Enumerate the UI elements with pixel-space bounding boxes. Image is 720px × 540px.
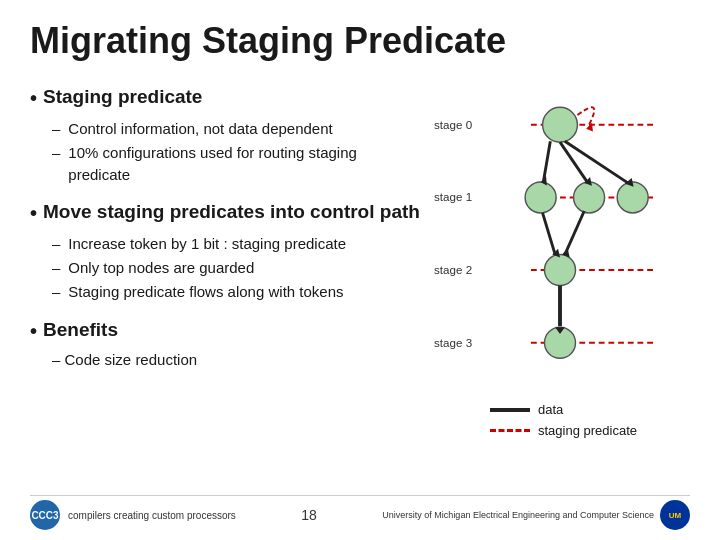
slide-title: Migrating Staging Predicate bbox=[30, 20, 690, 68]
right-panel: stage 0 stage 1 stage 2 stage 3 bbox=[430, 86, 690, 491]
svg-point-5 bbox=[525, 182, 556, 213]
sub-bullet-3-1: – Code size reduction bbox=[52, 351, 420, 368]
sub-bullet-2-1: Increase token by 1 bit : staging predic… bbox=[52, 233, 420, 255]
svg-line-10 bbox=[544, 141, 551, 181]
bullet-2-subs: Increase token by 1 bit : staging predic… bbox=[52, 233, 420, 304]
footer: CCC3 compilers creating custom processor… bbox=[30, 495, 690, 530]
bullet-3-heading: Benefits bbox=[30, 319, 420, 343]
stage-label-3: stage 3 bbox=[434, 336, 472, 349]
university-text: University of Michigan Electrical Engine… bbox=[382, 509, 654, 522]
legend-staging-label: staging predicate bbox=[538, 423, 637, 438]
sub-bullet-2-2: Only top nodes are guarded bbox=[52, 257, 420, 279]
stage-diagram: stage 0 stage 1 stage 2 stage 3 bbox=[430, 86, 690, 396]
svg-line-16 bbox=[543, 213, 556, 255]
stage-label-0: stage 0 bbox=[434, 118, 472, 131]
bullet-1-heading: Staging predicate bbox=[30, 86, 420, 110]
legend-area: data staging predicate bbox=[430, 402, 637, 438]
sub-bullet-1-1: Control information, not data dependent bbox=[52, 118, 420, 140]
ccc-logo: CCC3 bbox=[30, 500, 60, 530]
legend-data: data bbox=[490, 402, 637, 417]
bullet-3-subs: – Code size reduction bbox=[52, 351, 420, 368]
page-number: 18 bbox=[301, 507, 317, 523]
legend-dashed-line bbox=[490, 429, 530, 432]
slide: Migrating Staging Predicate Staging pred… bbox=[0, 0, 720, 540]
legend-solid-line bbox=[490, 408, 530, 412]
bullet-1-subs: Control information, not data dependent … bbox=[52, 118, 420, 187]
sub-bullet-2-3: Staging predicate flows along with token… bbox=[52, 281, 420, 303]
sub-bullet-1-2: 10% configurations used for routing stag… bbox=[52, 142, 420, 186]
svg-point-4 bbox=[543, 107, 578, 142]
left-panel: Staging predicate Control information, n… bbox=[30, 86, 420, 491]
svg-line-18 bbox=[565, 211, 584, 255]
stage-label-1: stage 1 bbox=[434, 190, 472, 203]
company-text: compilers creating custom processors bbox=[68, 510, 236, 521]
legend-data-label: data bbox=[538, 402, 563, 417]
university-logo: UM bbox=[660, 500, 690, 530]
stage-label-2: stage 2 bbox=[434, 263, 472, 276]
bullet-2-heading: Move staging predicates into control pat… bbox=[30, 201, 420, 225]
footer-left: CCC3 compilers creating custom processor… bbox=[30, 500, 236, 530]
svg-point-6 bbox=[574, 182, 605, 213]
svg-point-8 bbox=[545, 255, 576, 286]
footer-right-group: University of Michigan Electrical Engine… bbox=[382, 500, 690, 530]
content-area: Staging predicate Control information, n… bbox=[30, 86, 690, 491]
svg-point-7 bbox=[617, 182, 648, 213]
legend-staging: staging predicate bbox=[490, 423, 637, 438]
